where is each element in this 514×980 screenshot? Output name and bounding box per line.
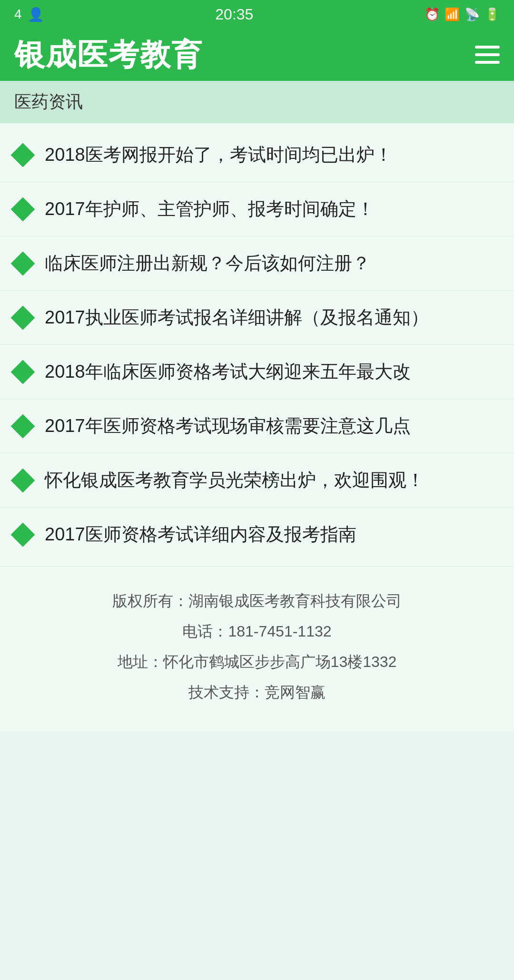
alarm-icon: ⏰ bbox=[425, 7, 440, 22]
menu-bar-3 bbox=[475, 61, 500, 64]
menu-bar-2 bbox=[475, 53, 500, 56]
diamond-icon bbox=[11, 468, 35, 492]
signal-icon: 📡 bbox=[465, 7, 480, 22]
diamond-icon bbox=[11, 251, 35, 275]
notification-count: 4 bbox=[14, 7, 22, 22]
news-item[interactable]: 怀化银成医考教育学员光荣榜出炉，欢迎围观！ bbox=[0, 453, 514, 508]
news-item[interactable]: 2017年医师资格考试现场审核需要注意这几点 bbox=[0, 399, 514, 453]
news-text: 2017医师资格考试详细内容及报考指南 bbox=[45, 521, 356, 548]
news-item[interactable]: 2017医师资格考试详细内容及报考指南 bbox=[0, 508, 514, 561]
tech-support-text: 技术支持：竞网智赢 bbox=[14, 677, 500, 707]
news-list: 2018医考网报开始了，考试时间均已出炉！2017年护师、主管护师、报考时间确定… bbox=[0, 123, 514, 566]
copyright-text: 版权所有：湖南银成医考教育科技有限公司 bbox=[14, 586, 500, 616]
news-item[interactable]: 临床医师注册出新规？今后该如何注册？ bbox=[0, 236, 514, 291]
section-label: 医药资讯 bbox=[0, 81, 514, 123]
menu-button[interactable] bbox=[475, 46, 500, 64]
wifi-icon: 📶 bbox=[445, 7, 460, 22]
diamond-icon bbox=[11, 143, 35, 167]
diamond-icon bbox=[11, 414, 35, 438]
status-bar-right: ⏰ 📶 📡 🔋 bbox=[425, 7, 500, 22]
diamond-icon bbox=[11, 305, 35, 330]
battery-icon: 🔋 bbox=[484, 7, 500, 22]
phone-text: 电话：181-7451-1132 bbox=[14, 616, 500, 647]
diamond-icon bbox=[11, 197, 35, 221]
news-text: 2017年医师资格考试现场审核需要注意这几点 bbox=[45, 412, 411, 440]
news-item[interactable]: 2018医考网报开始了，考试时间均已出炉！ bbox=[0, 128, 514, 182]
news-text: 2018医考网报开始了，考试时间均已出炉！ bbox=[45, 141, 393, 168]
app-header: 银成医考教育 bbox=[0, 29, 514, 81]
address-text: 地址：怀化市鹤城区步步高广场13楼1332 bbox=[14, 647, 500, 677]
status-time: 20:35 bbox=[215, 6, 253, 23]
status-bar-left: 4 👤 bbox=[14, 7, 44, 22]
news-text: 怀化银成医考教育学员光荣榜出炉，欢迎围观！ bbox=[45, 467, 425, 494]
status-bar: 4 👤 20:35 ⏰ 📶 📡 🔋 bbox=[0, 0, 514, 29]
menu-bar-1 bbox=[475, 46, 500, 49]
news-item[interactable]: 2017年护师、主管护师、报考时间确定！ bbox=[0, 182, 514, 236]
footer-info: 版权所有：湖南银成医考教育科技有限公司 电话：181-7451-1132 地址：… bbox=[0, 566, 514, 731]
news-item[interactable]: 2017执业医师考试报名详细讲解（及报名通知） bbox=[0, 291, 514, 345]
user-icon: 👤 bbox=[28, 7, 44, 22]
news-text: 2018年临床医师资格考试大纲迎来五年最大改 bbox=[45, 358, 411, 385]
diamond-icon bbox=[11, 360, 35, 384]
app-title: 银成医考教育 bbox=[14, 34, 203, 76]
diamond-icon bbox=[11, 522, 35, 547]
news-item[interactable]: 2018年临床医师资格考试大纲迎来五年最大改 bbox=[0, 345, 514, 399]
news-text: 2017执业医师考试报名详细讲解（及报名通知） bbox=[45, 304, 429, 331]
news-text: 2017年护师、主管护师、报考时间确定！ bbox=[45, 196, 375, 223]
news-text: 临床医师注册出新规？今后该如何注册？ bbox=[45, 250, 370, 277]
empty-area bbox=[0, 731, 514, 980]
